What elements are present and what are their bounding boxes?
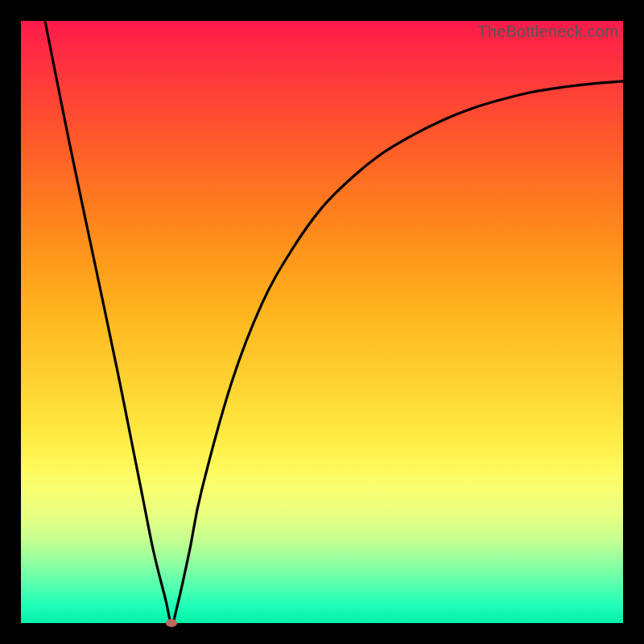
chart-stage: TheBottleneck.com: [0, 0, 644, 644]
plot-area: TheBottleneck.com: [21, 21, 623, 623]
minimum-marker: [166, 619, 177, 627]
bottleneck-curve: [21, 21, 623, 623]
